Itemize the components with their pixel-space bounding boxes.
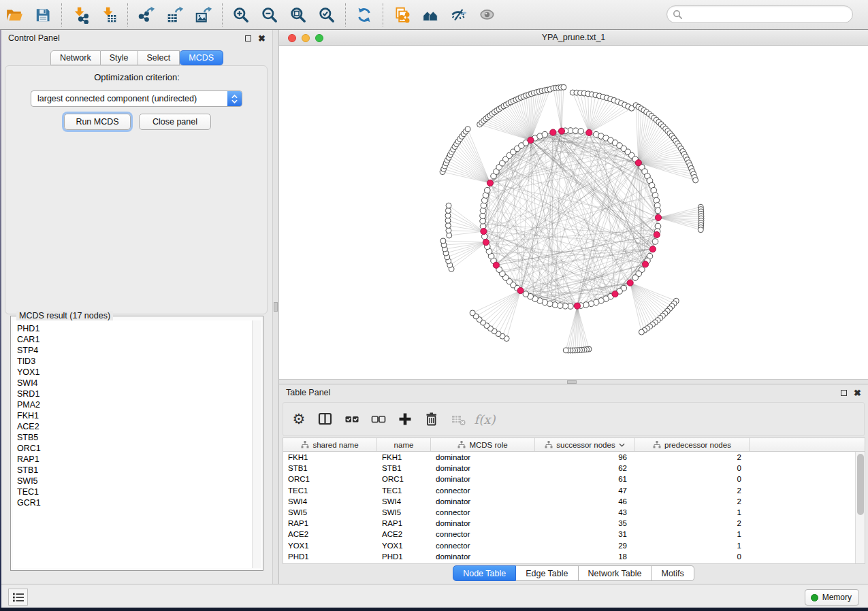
deselect-all-checkboxes-button[interactable] (368, 409, 389, 429)
table-row[interactable]: RAP1RAP1dominator352 (283, 518, 865, 529)
column-header-MCDS-role[interactable]: MCDS role (431, 438, 535, 451)
dominator-node[interactable] (550, 129, 556, 135)
table-row[interactable]: SWI4SWI4dominator462 (283, 496, 865, 507)
mcds-node-item[interactable]: GCR1 (17, 497, 252, 508)
mcds-node-item[interactable]: YOX1 (17, 367, 252, 378)
tab-style[interactable]: Style (101, 50, 138, 65)
dominator-node[interactable] (483, 240, 489, 246)
mcds-node-item[interactable]: FKH1 (17, 410, 252, 421)
apply-layout-refresh-button[interactable] (351, 2, 377, 28)
mcds-node-item[interactable]: STP4 (17, 345, 252, 356)
float-panel-icon[interactable] (841, 390, 847, 396)
select-all-checkboxes-button[interactable] (342, 409, 362, 429)
mcds-node-item[interactable]: STB1 (17, 465, 252, 476)
zoom-out-button[interactable] (257, 2, 283, 28)
table-row[interactable]: ORC1ORC1dominator610 (283, 474, 865, 484)
column-header-successor-nodes[interactable]: successor nodes (535, 438, 635, 451)
table-row[interactable]: YOX1YOX1connector291 (283, 540, 865, 551)
tab-network-table[interactable]: Network Table (579, 565, 652, 581)
export-image-button[interactable] (191, 2, 216, 28)
tab-edge-table[interactable]: Edge Table (516, 565, 578, 581)
dominator-node[interactable] (574, 303, 580, 309)
table-row[interactable]: FKH1FKH1dominator962 (283, 452, 865, 463)
tab-mcds[interactable]: MCDS (180, 50, 223, 65)
mcds-node-item[interactable]: CAR1 (17, 334, 252, 345)
panel-divider-horizontal[interactable] (279, 379, 868, 384)
mcds-node-item[interactable]: SWI5 (17, 476, 252, 486)
table-row[interactable]: STB1STB1dominator620 (283, 463, 865, 474)
dominator-node[interactable] (481, 228, 487, 234)
mcds-node-item[interactable]: SWI4 (17, 378, 252, 389)
network-canvas[interactable] (279, 46, 868, 379)
delete-column-button[interactable] (421, 409, 442, 429)
mcds-list-scrollbar[interactable] (252, 320, 261, 568)
show-columns-button[interactable] (315, 409, 336, 429)
tab-node-table[interactable]: Node Table (453, 565, 516, 581)
dominator-node[interactable] (635, 160, 641, 166)
mcds-node-item[interactable]: PMA2 (17, 399, 252, 410)
tab-network[interactable]: Network (50, 50, 101, 65)
dominator-node[interactable] (528, 137, 534, 143)
mcds-node-item[interactable]: RAP1 (17, 454, 252, 465)
column-header-predecessor-nodes[interactable]: predecessor nodes (635, 438, 750, 451)
dominator-node[interactable] (649, 246, 656, 252)
dominator-node[interactable] (517, 287, 524, 293)
run-mcds-button[interactable]: Run MCDS (64, 114, 131, 130)
dominator-node[interactable] (642, 261, 648, 267)
memory-button[interactable]: Memory (805, 589, 859, 606)
clone-network-button[interactable] (389, 2, 415, 28)
mcds-node-item[interactable]: PHD1 (17, 323, 252, 334)
import-network-button[interactable] (67, 2, 93, 28)
close-panel-icon[interactable]: ✖ (258, 35, 266, 42)
open-file-button[interactable] (1, 2, 27, 28)
dominator-node[interactable] (654, 231, 660, 237)
graphics-details-disabled-button[interactable] (475, 2, 500, 28)
tab-select[interactable]: Select (138, 50, 180, 65)
zoom-fit-button[interactable] (285, 2, 311, 28)
optimization-dropdown[interactable]: largest connected component (undirected) (31, 90, 242, 107)
table-row[interactable]: ACE2ACE2connector311 (283, 529, 865, 540)
divider-handle[interactable] (567, 380, 577, 384)
import-table-button[interactable] (96, 2, 122, 28)
add-column-button[interactable] (395, 409, 415, 429)
tab-motifs[interactable]: Motifs (652, 565, 694, 581)
zoom-in-button[interactable] (228, 2, 254, 28)
close-panel-icon[interactable]: ✖ (854, 390, 861, 396)
float-panel-icon[interactable] (245, 35, 251, 42)
houses-button[interactable] (417, 2, 443, 28)
mcds-node-item[interactable]: STB5 (17, 432, 252, 443)
mcds-node-item[interactable]: TID3 (17, 356, 252, 367)
mcds-node-item[interactable]: TEC1 (17, 486, 252, 497)
dominator-node[interactable] (627, 280, 633, 286)
export-table-button[interactable] (162, 2, 188, 28)
search-input[interactable] (683, 10, 852, 19)
panel-divider-vertical[interactable] (272, 30, 279, 584)
column-header-name[interactable]: name (377, 438, 431, 451)
select-all-checkboxes-icon (344, 411, 360, 427)
mcds-result-list[interactable]: PHD1CAR1STP4TID3YOX1SWI4SRD1PMA2FKH1ACE2… (13, 320, 252, 568)
mcds-node-item[interactable]: ORC1 (17, 443, 252, 454)
dominator-node[interactable] (586, 129, 592, 135)
sort-desc-icon (619, 443, 625, 447)
close-panel-button[interactable]: Close panel (139, 114, 211, 130)
divider-handle[interactable] (274, 302, 278, 312)
save-session-button[interactable] (30, 2, 56, 28)
dominator-node[interactable] (655, 214, 661, 220)
column-header-shared-name[interactable]: shared name (283, 438, 377, 451)
table-scrollbar-thumb[interactable] (857, 454, 864, 515)
dominator-node[interactable] (487, 180, 493, 186)
table-row[interactable]: TEC1TEC1connector472 (283, 485, 865, 496)
hide-graphics-details-button[interactable] (446, 2, 472, 28)
dominator-node[interactable] (558, 128, 564, 134)
dominator-node[interactable] (493, 262, 499, 268)
mcds-node-item[interactable]: ACE2 (17, 421, 252, 432)
mcds-node-item[interactable]: SRD1 (17, 389, 252, 399)
table-row[interactable]: SWI5SWI5connector431 (283, 507, 865, 518)
task-history-button[interactable] (8, 589, 28, 606)
table-row[interactable]: PHD1PHD1dominator180 (283, 551, 865, 562)
table-settings-gear-button[interactable]: ⚙ (289, 409, 309, 429)
dominator-node[interactable] (612, 291, 618, 297)
export-network-button[interactable] (133, 2, 159, 28)
zoom-selected-button[interactable] (314, 2, 340, 28)
table-scrollbar[interactable] (855, 452, 865, 564)
